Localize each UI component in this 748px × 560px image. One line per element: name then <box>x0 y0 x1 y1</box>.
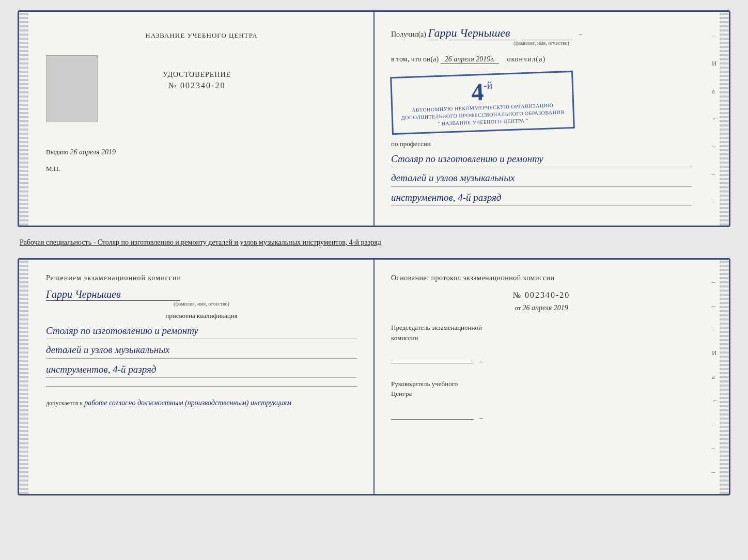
subtitle-text: Рабочая специальность - Столяр по изгото… <box>20 238 381 246</box>
stamp-block: 4 -й АВТОНОМНУЮ НЕКОММЕРЧЕСКУЮ ОРГАНИЗАЦ… <box>390 71 574 135</box>
predsedatel-block: Председатель экзаменационной комиссии – <box>391 323 692 366</box>
cert-top-left: НАЗВАНИЕ УЧЕБНОГО ЦЕНТРА УДОСТОВЕРЕНИЕ №… <box>19 12 375 226</box>
center-title: НАЗВАНИЕ УЧЕБНОГО ЦЕНТРА <box>46 31 357 40</box>
cert-top-right: Получил(а) Гарри Чернышев – (фамилия, им… <box>375 12 729 226</box>
protocol-number: № 002340-20 <box>391 291 692 300</box>
right-edge-dashes: – И а ← – – – <box>712 12 719 226</box>
cert-top-number: № 002340-20 <box>163 81 231 90</box>
osnovanie-title: Основание: протокол экзаменационной коми… <box>391 274 692 282</box>
bottom-name-block: Гарри Чернышев (фамилия, имя, отчество) <box>46 289 357 307</box>
profession-line2-top: деталей и узлов музыкальных <box>391 170 692 186</box>
profession-line3-top: инструментов, 4-й разряд <box>391 190 692 206</box>
vtom-line: в том, что он(а) 26 апреля 2019г. окончи… <box>391 55 692 63</box>
dopuskaetsya-line: допускается к работе согласно должностны… <box>46 399 357 407</box>
dopusk-text: работе согласно должностным (производств… <box>84 399 291 407</box>
right-edge-dashes-bottom: – – – И а ← – – – <box>712 260 719 494</box>
udostoverenie-block: УДОСТОВЕРЕНИЕ № 002340-20 <box>163 71 231 90</box>
udostoverenie-title: УДОСТОВЕРЕНИЕ <box>163 71 231 79</box>
photo-placeholder <box>46 55 98 122</box>
bottom-certificate: Решением экзаменационной комиссии Гарри … <box>18 258 730 495</box>
cert-bottom-left: Решением экзаменационной комиссии Гарри … <box>19 260 375 494</box>
cert-bottom-right: Основание: протокол экзаменационной коми… <box>375 260 729 494</box>
ot-date-line: от 26 апреля 2019 <box>391 304 692 312</box>
qual-line3-bottom: инструментов, 4-й разряд <box>46 362 357 378</box>
predsedatel-signature-line <box>391 353 474 363</box>
prisvoena-line: присвоена квалификация <box>46 312 357 320</box>
recipient-name-bottom: Гарри Чернышев <box>46 289 180 301</box>
poluchil-line: Получил(а) Гарри Чернышев – (фамилия, им… <box>391 26 692 46</box>
vydano-line: Выдано 26 апреля 2019 <box>46 148 357 156</box>
subtitle-bar: Рабочая специальность - Столяр по изгото… <box>18 235 730 250</box>
mp-label: М.П. <box>46 165 357 173</box>
rukovoditel-block: Руководитель учебного Центра – <box>391 379 692 423</box>
po-professii-label: по профессии <box>391 140 692 148</box>
resheniem-title: Решением экзаменационной комиссии <box>46 274 357 282</box>
qual-line2-bottom: деталей и узлов музыкальных <box>46 342 357 358</box>
qual-line1-bottom: Столяр по изготовлению и ремонту <box>46 323 357 339</box>
profession-line1-top: Столяр по изготовлению и ремонту <box>391 151 692 167</box>
top-certificate: НАЗВАНИЕ УЧЕБНОГО ЦЕНТРА УДОСТОВЕРЕНИЕ №… <box>18 10 730 227</box>
rukovoditel-signature-line <box>391 409 474 420</box>
recipient-name-top: Гарри Чернышев <box>428 26 572 40</box>
